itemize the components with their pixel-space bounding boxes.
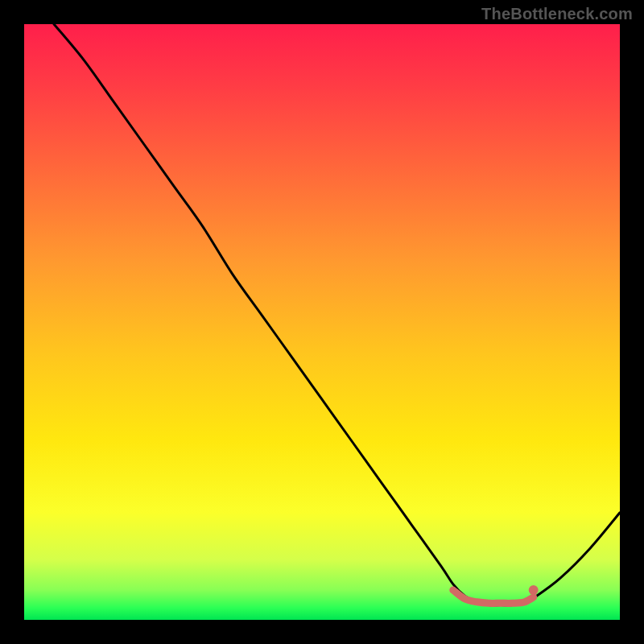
highlight-band	[453, 590, 534, 603]
chart-frame: TheBottleneck.com	[0, 0, 644, 644]
plot-area	[24, 24, 620, 620]
chart-svg	[24, 24, 620, 620]
bottleneck-curve	[54, 24, 620, 605]
highlight-dot	[529, 585, 539, 595]
watermark-text: TheBottleneck.com	[481, 5, 633, 23]
